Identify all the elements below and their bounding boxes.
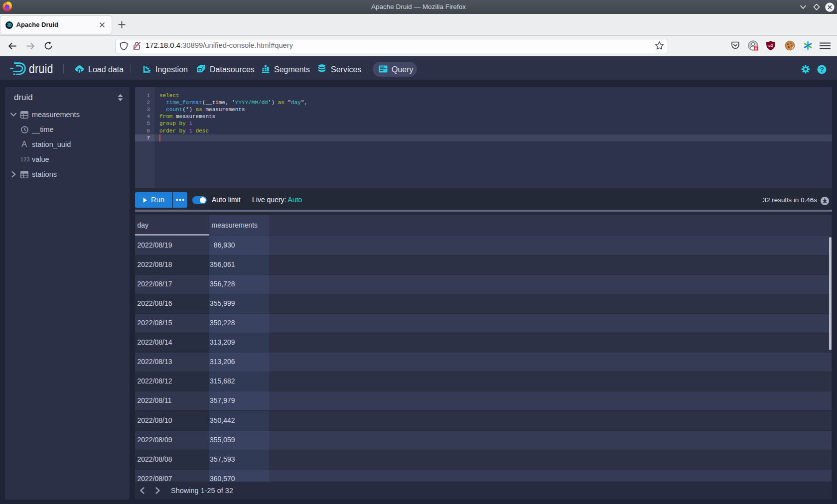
- svg-text:uO: uO: [768, 44, 773, 47]
- svg-text:?: ?: [820, 66, 824, 73]
